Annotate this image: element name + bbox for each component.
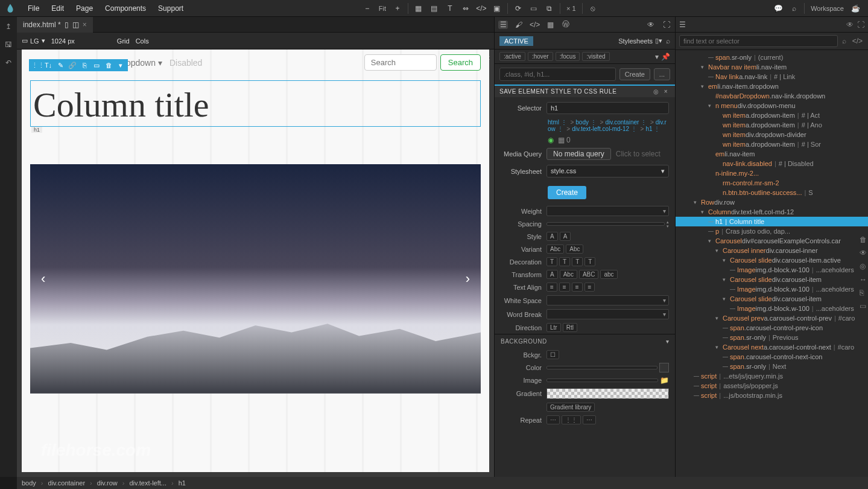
devices-icon[interactable]: ▭ bbox=[526, 1, 542, 16]
breadcrumb-item[interactable]: div.container bbox=[48, 479, 86, 487]
tree-node[interactable]: ▾Column div.text-left.col-md-12 bbox=[676, 207, 868, 217]
menu-support[interactable]: Support bbox=[152, 4, 189, 13]
tree-node[interactable]: ▾Carousel prev a.carousel-control-prev |… bbox=[676, 313, 868, 323]
tree-node[interactable]: —Image img.d-block.w-100 | ...aceholders bbox=[676, 284, 868, 294]
panel-tab-settings-icon[interactable]: ☰ bbox=[498, 21, 508, 29]
js-icon[interactable]: ▣ bbox=[489, 1, 505, 16]
search-icon[interactable]: ⌕ bbox=[786, 1, 802, 16]
tree-node[interactable]: n-inline.my-2... bbox=[676, 168, 868, 178]
rail-eye-icon[interactable]: 👁 bbox=[860, 249, 867, 257]
save-icon[interactable]: 🖫 bbox=[2, 39, 14, 51]
tab-close-icon[interactable]: × bbox=[83, 21, 87, 29]
tree-node[interactable]: ▾Navbar nav item li.nav-item bbox=[676, 62, 868, 72]
tab-split-icon[interactable]: ▯ bbox=[65, 21, 69, 29]
tree-node[interactable]: —span .sr-only | (current) bbox=[676, 53, 868, 62]
tree-node[interactable]: —p | Cras justo odio, dap... bbox=[676, 226, 868, 236]
tree-code-icon[interactable]: </> bbox=[851, 35, 864, 47]
tree-node[interactable]: ▾Carousel div#carouselExampleControls.ca… bbox=[676, 236, 868, 246]
undo-icon[interactable]: ↶ bbox=[2, 57, 14, 69]
tree-node[interactable]: ▾Row div.row bbox=[676, 197, 868, 207]
workspace-label[interactable]: Workspace bbox=[807, 5, 847, 12]
rail-dup-icon[interactable]: ⎘ bbox=[860, 289, 867, 297]
mq-button[interactable]: No media query bbox=[546, 148, 611, 160]
selector-field[interactable] bbox=[546, 102, 669, 114]
tree-node[interactable]: ▾Carousel slide div.carousel-item.active bbox=[676, 255, 868, 265]
layout-icon[interactable]: ▤ bbox=[426, 1, 442, 16]
pseudo-more-icon[interactable]: ▾ bbox=[655, 53, 659, 61]
cols-label[interactable]: Cols bbox=[136, 37, 149, 45]
sel-edit-icon[interactable]: ✎ bbox=[55, 62, 65, 69]
tree-node[interactable]: ▾em li.nav-item.dropdown bbox=[676, 82, 868, 91]
breadcrumb-item[interactable]: div.text-left... bbox=[129, 479, 166, 487]
arrow-up-icon[interactable]: ↥ bbox=[2, 21, 14, 33]
tree-search-input[interactable] bbox=[679, 35, 838, 47]
nav-search-input[interactable] bbox=[364, 54, 437, 71]
panel-tab-brush-icon[interactable]: 🖌 bbox=[514, 21, 524, 29]
rail-target-icon[interactable]: ◎ bbox=[860, 262, 867, 270]
nav-search-button[interactable]: Search bbox=[440, 54, 481, 71]
tree-node[interactable]: ▾Carousel inner div.carousel-inner bbox=[676, 246, 868, 255]
tree-node[interactable]: em li.nav-item bbox=[676, 149, 868, 159]
tree-node[interactable]: —span .carousel-control-next-icon bbox=[676, 352, 868, 362]
target-icon[interactable]: ◎ bbox=[651, 88, 662, 95]
tree-node[interactable]: wn item a.dropdown-item | # | Act bbox=[676, 110, 868, 120]
modal-close-icon[interactable]: × bbox=[662, 88, 670, 95]
rail-box-icon[interactable]: ▭ bbox=[860, 302, 867, 310]
carousel-next-icon[interactable]: › bbox=[455, 271, 481, 287]
background-group[interactable]: BACKGROUND▾ bbox=[495, 334, 675, 348]
tree-node[interactable]: wn item div.dropdown-divider bbox=[676, 130, 868, 139]
create-button[interactable]: Create bbox=[548, 186, 586, 199]
panel-tab-wp-icon[interactable]: Ⓦ bbox=[561, 19, 571, 30]
gradient-library-button[interactable]: Gradient library bbox=[546, 403, 595, 412]
rail-trash-icon[interactable]: 🗑 bbox=[860, 235, 867, 244]
eye-off-icon[interactable]: ⦸ bbox=[585, 1, 601, 16]
tree-node[interactable]: ▾Carousel slide div.carousel-item bbox=[676, 294, 868, 304]
code-icon[interactable]: </> bbox=[474, 1, 489, 16]
tab-dup-icon[interactable]: ◫ bbox=[72, 21, 79, 29]
expand-icon[interactable]: ⛶ bbox=[662, 21, 671, 29]
sel-more-icon[interactable]: ▭ bbox=[92, 62, 101, 69]
tree-node[interactable]: —h1 | Column title bbox=[676, 217, 868, 226]
pseudo-active[interactable]: :active bbox=[499, 52, 525, 61]
menu-page[interactable]: Page bbox=[70, 4, 99, 13]
tree-node[interactable]: wn item a.dropdown-item | # | Sor bbox=[676, 139, 868, 149]
text-icon[interactable]: T bbox=[442, 1, 458, 16]
tree-node[interactable]: nav-link.disabled | # | Disabled bbox=[676, 159, 868, 168]
device-selector[interactable]: ▭ LG ▾ bbox=[22, 37, 45, 45]
menu-components[interactable]: Components bbox=[99, 4, 152, 13]
new-selector-input[interactable] bbox=[499, 68, 616, 81]
pseudo-pin-icon[interactable]: 📌 bbox=[661, 53, 670, 61]
rail-move-icon[interactable]: ↔ bbox=[860, 275, 867, 284]
tree-node[interactable]: n.btn.btn-outline-success... | S bbox=[676, 188, 868, 197]
pseudo-visited[interactable]: :visited bbox=[582, 52, 609, 61]
stylesheet-select[interactable]: style.css▾ bbox=[546, 165, 669, 177]
tree-node[interactable]: ▾Carousel next a.carousel-control-next |… bbox=[676, 342, 868, 352]
sel-link-icon[interactable]: 🔗 bbox=[68, 62, 77, 69]
grid-label[interactable]: Grid bbox=[117, 37, 130, 45]
chat-icon[interactable]: 💬 bbox=[770, 1, 786, 16]
sel-text-icon[interactable]: T↓ bbox=[43, 62, 53, 69]
tree-node[interactable]: —span .carousel-control-prev-icon bbox=[676, 323, 868, 333]
tree-node[interactable]: ▾n menu div.dropdown-menu bbox=[676, 101, 868, 110]
tree-node[interactable]: #navbarDropdown .nav-link.dropdown bbox=[676, 91, 868, 101]
stylesheets-dropdown[interactable]: Stylesheets ▯▾ bbox=[618, 37, 662, 45]
sel-dup-icon[interactable]: ⎘ bbox=[80, 62, 89, 69]
tree-node[interactable]: —span .sr-only | Previous bbox=[676, 333, 868, 342]
active-tab[interactable]: ACTIVE bbox=[499, 36, 533, 46]
zoom-level[interactable]: × 1 bbox=[563, 5, 580, 12]
ruler-icon[interactable]: ⇔ bbox=[458, 1, 474, 16]
tree-node[interactable]: —span .sr-only | Next bbox=[676, 362, 868, 371]
sel-handle-icon[interactable]: ⋮⋮ bbox=[31, 62, 41, 69]
grid-icon[interactable]: ▦ bbox=[411, 1, 426, 16]
window-icon[interactable]: ⧉ bbox=[542, 1, 557, 16]
selector-breadcrumb[interactable]: html ⋮ >body ⋮ >div.container ⋮ >div.row… bbox=[501, 119, 669, 132]
pseudo-hover[interactable]: :hover bbox=[528, 52, 553, 61]
breadcrumb-item[interactable]: h1 bbox=[179, 479, 186, 487]
panel-tab-code-icon[interactable]: </> bbox=[530, 21, 539, 29]
tree-node[interactable]: —script | assets/js/popper.js bbox=[676, 381, 868, 391]
tree-node[interactable]: —Image img.d-block.w-100 | ...aceholders bbox=[676, 304, 868, 313]
tree-node[interactable]: ▾Carousel slide div.carousel-item bbox=[676, 275, 868, 284]
cup-icon[interactable]: ☕ bbox=[847, 1, 863, 16]
tab-index[interactable]: index.html * ▯ ◫ × bbox=[17, 17, 93, 33]
pseudo-focus[interactable]: :focus bbox=[556, 52, 580, 61]
